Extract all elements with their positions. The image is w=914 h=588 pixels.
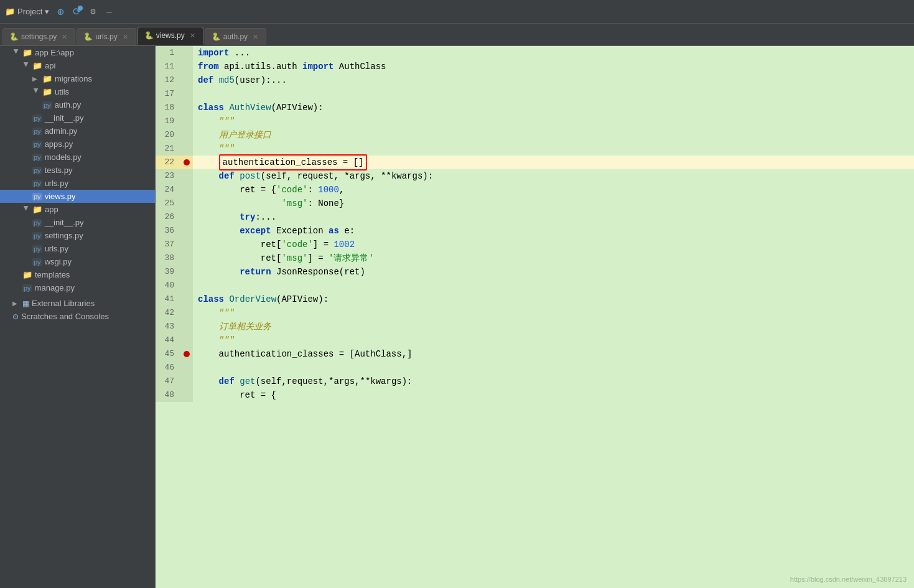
py-auth-icon: py (42, 101, 52, 109)
sidebar-item-scratches[interactable]: ⊙ Scratches and Consoles (0, 310, 155, 323)
code-content-40 (193, 279, 914, 292)
add-icon[interactable]: ⊕ (54, 6, 67, 18)
folder-utils-icon: 📁 (42, 87, 52, 96)
gutter-44 (180, 334, 193, 347)
line-num-1: 1 (156, 46, 180, 60)
py-init2-icon: py (32, 219, 42, 226)
urls-tab-label: urls.py (95, 32, 117, 41)
settings-icon[interactable]: ⚙ (86, 6, 99, 18)
code-line-43: 43 订单相关业务 (156, 320, 914, 334)
code-content-12: def md5(user):... (193, 73, 914, 87)
code-content-25: 'msg': None} (193, 197, 914, 210)
sidebar-item-utils[interactable]: ▶ 📁 utils (0, 85, 155, 98)
line-num-22: 22 (156, 156, 180, 169)
sidebar-item-apps-py[interactable]: py apps.py (0, 138, 155, 151)
sidebar-item-admin-py[interactable]: py admin.py (0, 124, 155, 138)
settings-tab-label: settings.py (21, 32, 57, 41)
ext-libs-icon: ▦ (22, 299, 29, 308)
sidebar-item-settings-py[interactable]: py settings.py (0, 229, 155, 242)
breakpoint-45 (184, 351, 190, 357)
code-content-42: """ (193, 306, 914, 320)
code-content-37: ret['code'] = 1002 (193, 238, 914, 251)
sidebar-label-urls-py2: urls.py (45, 244, 68, 253)
sidebar-item-api[interactable]: ▶ 📁 api (0, 59, 155, 72)
code-content-26: try:... (193, 210, 914, 224)
sidebar-item-manage-py[interactable]: py manage.py (0, 281, 155, 294)
sync-icon[interactable]: ⟳ (70, 6, 83, 18)
py-urls2-icon: py (32, 245, 42, 253)
settings-tab-close[interactable]: ✕ (62, 33, 67, 41)
sidebar: ▶ 📁 app E:\app ▶ 📁 api ▶ 📁 migrations ▶ … (0, 46, 156, 588)
sidebar-item-wsgi-py[interactable]: py wsgi.py (0, 255, 155, 268)
line-num-12: 12 (156, 73, 180, 87)
sidebar-item-tests-py[interactable]: py tests.py (0, 164, 155, 177)
scratches-icon: ⊙ (12, 312, 19, 321)
sidebar-item-init-py[interactable]: py __init__.py (0, 111, 155, 124)
titlebar: 📁 Project ▾ ⊕ ⟳ ⚙ — (0, 0, 914, 24)
gutter-42 (180, 306, 193, 320)
code-line-22: 22 authentication_classes = [] (156, 156, 914, 169)
sidebar-item-views-py[interactable]: py views.py (0, 190, 155, 203)
code-line-38: 38 ret['msg'] = '请求异常' (156, 251, 914, 265)
code-line-1: 1 import ... (156, 46, 914, 60)
line-num-21: 21 (156, 142, 180, 156)
code-line-23: 23 def post(self, request, *args, **kwar… (156, 169, 914, 183)
py-wsgi-icon: py (32, 258, 42, 266)
line-num-18: 18 (156, 101, 180, 114)
sidebar-label-manage-py: manage.py (35, 283, 75, 292)
code-line-40: 40 (156, 279, 914, 292)
gutter-19 (180, 114, 193, 128)
code-content-43: 订单相关业务 (193, 320, 914, 334)
folder-app-root-icon: 📁 (22, 48, 32, 57)
folder-templates-icon: 📁 (22, 270, 32, 279)
titlebar-icon-group: ⊕ ⟳ ⚙ — (54, 6, 115, 18)
code-editor[interactable]: 1 import ... 11 from api.utils.auth impo… (156, 46, 914, 588)
auth-tab-close[interactable]: ✕ (253, 33, 258, 41)
py-settings-icon: py (32, 232, 42, 240)
line-num-23: 23 (156, 169, 180, 183)
gutter-45 (180, 347, 193, 361)
sidebar-item-templates[interactable]: 📁 templates (0, 268, 155, 281)
urls-tab-close[interactable]: ✕ (123, 33, 128, 41)
code-line-17: 17 (156, 87, 914, 101)
gutter-25 (180, 197, 193, 210)
sidebar-item-urls-py2[interactable]: py urls.py (0, 242, 155, 255)
tab-views[interactable]: 🐍 views.py ✕ (138, 27, 203, 45)
sidebar-item-app-root[interactable]: ▶ 📁 app E:\app (0, 46, 155, 59)
sidebar-item-migrations[interactable]: ▶ 📁 migrations (0, 72, 155, 85)
project-menu[interactable]: 📁 Project ▾ (5, 7, 49, 16)
views-tab-close[interactable]: ✕ (190, 32, 195, 40)
sidebar-item-auth-py[interactable]: py auth.py (0, 98, 155, 111)
code-line-11: 11 from api.utils.auth import AuthClass (156, 60, 914, 73)
code-line-12: 12 def md5(user):... (156, 73, 914, 87)
code-line-45: 45 authentication_classes = [AuthClass,] (156, 347, 914, 361)
sidebar-item-urls-py[interactable]: py urls.py (0, 177, 155, 190)
code-line-36: 36 except Exception as e: (156, 224, 914, 238)
tab-auth[interactable]: 🐍 auth.py ✕ (205, 28, 266, 45)
line-num-26: 26 (156, 210, 180, 224)
code-content-48: ret = { (193, 388, 914, 402)
sidebar-item-app2[interactable]: ▶ 📁 app (0, 203, 155, 216)
code-line-21: 21 """ (156, 142, 914, 156)
code-line-18: 18 class AuthView(APIView): (156, 101, 914, 114)
line-num-37: 37 (156, 238, 180, 251)
code-line-25: 25 'msg': None} (156, 197, 914, 210)
gutter-26 (180, 210, 193, 224)
sidebar-label-api: api (45, 61, 55, 70)
gutter-23 (180, 169, 193, 183)
minus-icon[interactable]: — (103, 6, 115, 18)
code-content-46 (193, 361, 914, 375)
code-content-19: """ (193, 114, 914, 128)
code-content-39: return JsonResponse(ret) (193, 265, 914, 279)
sidebar-label-utils: utils (55, 87, 69, 96)
code-line-19: 19 """ (156, 114, 914, 128)
gutter-1 (180, 46, 193, 60)
tab-urls[interactable]: 🐍 urls.py ✕ (77, 28, 136, 45)
sidebar-item-models-py[interactable]: py models.py (0, 151, 155, 164)
tab-settings[interactable]: 🐍 settings.py ✕ (2, 28, 75, 45)
sidebar-item-init-py2[interactable]: py __init__.py (0, 216, 155, 229)
code-content-24: ret = {'code': 1000, (193, 183, 914, 197)
sidebar-item-external-libs[interactable]: ▶ ▦ External Libraries (0, 297, 155, 310)
code-area: 1 import ... 11 from api.utils.auth impo… (156, 46, 914, 402)
sidebar-label-urls-py: urls.py (45, 179, 68, 188)
